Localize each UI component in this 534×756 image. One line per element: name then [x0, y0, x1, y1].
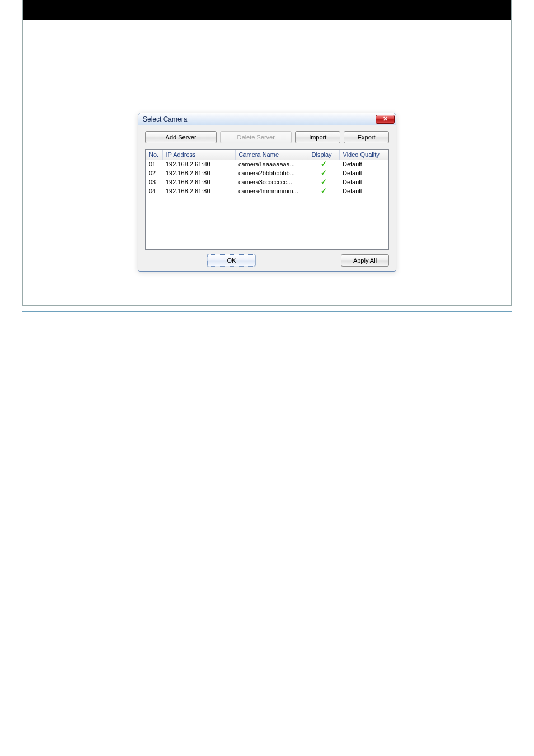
cell-ip: 192.168.2.61:80 [162, 160, 235, 169]
cell-camera-name: camera1aaaaaaaa... [235, 160, 308, 169]
cell-no: 02 [146, 169, 162, 178]
delete-server-button[interactable]: Delete Server [220, 131, 292, 143]
cell-display[interactable]: ✓ [308, 160, 339, 169]
cell-video-quality: Default [339, 160, 388, 169]
camera-listview[interactable]: No. IP Address Camera Name Display Video… [145, 149, 389, 250]
cell-no: 01 [146, 160, 162, 169]
cell-video-quality: Default [339, 169, 388, 178]
table-row[interactable]: 04192.168.2.61:80camera4mmmmmm...✓Defaul… [146, 186, 388, 195]
cell-display[interactable]: ✓ [308, 178, 339, 186]
col-header-camera-name[interactable]: Camera Name [235, 150, 308, 160]
cell-camera-name: camera2bbbbbbbb... [235, 169, 308, 178]
cell-video-quality: Default [339, 186, 388, 195]
table-row[interactable]: 01192.168.2.61:80camera1aaaaaaaa...✓Defa… [146, 160, 388, 169]
col-header-ip[interactable]: IP Address [162, 150, 235, 160]
add-server-button[interactable]: Add Server [145, 131, 217, 143]
cell-camera-name: camera3cccccccc... [235, 178, 308, 186]
table-header-row[interactable]: No. IP Address Camera Name Display Video… [146, 150, 388, 160]
col-header-video-quality[interactable]: Video Quality [339, 150, 388, 160]
close-icon: ✕ [383, 116, 388, 122]
cell-display[interactable]: ✓ [308, 169, 339, 178]
check-icon: ✓ [321, 179, 327, 185]
select-camera-dialog: Select Camera ✕ Add Server Delete Server… [138, 113, 396, 272]
dialog-title: Select Camera [143, 115, 187, 123]
cell-ip: 192.168.2.61:80 [162, 169, 235, 178]
cell-ip: 192.168.2.61:80 [162, 186, 235, 195]
apply-all-button[interactable]: Apply All [341, 254, 389, 267]
cell-camera-name: camera4mmmmmm... [235, 186, 308, 195]
ok-button[interactable]: OK [207, 254, 255, 267]
cell-no: 04 [146, 186, 162, 195]
dialog-titlebar[interactable]: Select Camera ✕ [138, 113, 396, 125]
check-icon: ✓ [321, 188, 327, 194]
check-icon: ✓ [321, 161, 327, 167]
page-header-bar [23, 0, 511, 20]
table-row[interactable]: 02192.168.2.61:80camera2bbbbbbbb...✓Defa… [146, 169, 388, 178]
page-rule [22, 311, 512, 312]
export-button[interactable]: Export [344, 131, 389, 143]
close-button[interactable]: ✕ [376, 115, 395, 124]
cell-no: 03 [146, 178, 162, 186]
cell-ip: 192.168.2.61:80 [162, 178, 235, 186]
col-header-no[interactable]: No. [146, 150, 162, 160]
cell-video-quality: Default [339, 178, 388, 186]
table-row[interactable]: 03192.168.2.61:80camera3cccccccc...✓Defa… [146, 178, 388, 186]
check-icon: ✓ [321, 170, 327, 176]
cell-display[interactable]: ✓ [308, 186, 339, 195]
col-header-display[interactable]: Display [308, 150, 339, 160]
import-button[interactable]: Import [295, 131, 340, 143]
